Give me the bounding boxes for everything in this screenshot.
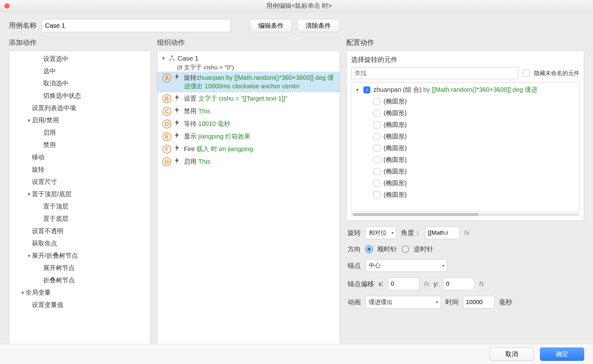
- widget-child-row[interactable]: (椭圆形): [351, 96, 579, 107]
- angle-label: 角度：: [401, 228, 421, 237]
- case-header[interactable]: ▼ Case 1: [157, 53, 340, 63]
- anim-select[interactable]: 缓进缓出: [365, 296, 441, 308]
- widget-checkbox[interactable]: [373, 98, 380, 105]
- rotate-mode-select[interactable]: 相对位: [365, 226, 396, 239]
- hide-unnamed-checkbox[interactable]: [523, 70, 530, 77]
- tree-item[interactable]: 禁用: [9, 139, 150, 151]
- action-tree[interactable]: 设置选中选中取消选中切换选中状态设置列表选中项▼启用/禁用启用禁用移动旋转设置尺…: [9, 50, 151, 346]
- tree-item[interactable]: 置于顶层: [9, 200, 150, 213]
- offset-y-input[interactable]: [443, 278, 475, 290]
- anim-label: 动画: [348, 298, 361, 307]
- close-icon[interactable]: [4, 3, 9, 9]
- action-text: 启用 This: [184, 157, 210, 166]
- ok-button[interactable]: 确定: [540, 348, 584, 361]
- action-row[interactable]: FFire 载入 时 on jiangping: [157, 143, 340, 156]
- widget-child-row[interactable]: (椭圆形): [351, 177, 579, 189]
- widget-list[interactable]: ▼ ✓ zhuanpan (组 合) by [[Math.random()*36…: [351, 82, 579, 212]
- edit-condition-button[interactable]: 编辑条件: [250, 19, 292, 32]
- case-condition: (If 文字于 cishu > "0"): [157, 63, 340, 72]
- action-row[interactable]: E显示 jiangping 灯箱效果: [157, 130, 340, 143]
- widget-child-row[interactable]: (椭圆形): [351, 107, 579, 119]
- tree-item-label: 置于顶层: [43, 202, 68, 211]
- tree-item-label: 设置变量值: [32, 301, 63, 309]
- anchor-select[interactable]: 中心: [365, 259, 447, 272]
- widget-child-row[interactable]: (椭圆形): [351, 154, 579, 166]
- chevron-down-icon: ▼: [355, 87, 360, 92]
- tree-item[interactable]: 展开树节点: [9, 262, 150, 274]
- tree-item[interactable]: ▼展开/折叠树节点: [9, 250, 150, 262]
- tree-item-label: 获取焦点: [32, 239, 57, 248]
- tree-item[interactable]: 移动: [9, 151, 150, 163]
- tree-item-label: 展开/折叠树节点: [32, 251, 78, 260]
- widget-child-row[interactable]: (椭圆形): [351, 189, 579, 201]
- widget-checkbox[interactable]: [373, 145, 380, 152]
- fx-icon[interactable]: fx: [464, 229, 469, 237]
- bolt-icon: [174, 120, 181, 127]
- action-row[interactable]: A旋转zhuanpan by [[Math.random()*360+3600]…: [157, 72, 340, 92]
- action-row[interactable]: C禁用 This: [157, 105, 340, 118]
- svg-rect-0: [171, 56, 173, 57]
- tree-item[interactable]: 置于底层: [9, 213, 150, 225]
- bolt-icon: [174, 107, 181, 115]
- fx-icon[interactable]: fx: [424, 280, 429, 288]
- tree-item[interactable]: 启用: [9, 126, 150, 139]
- tree-item[interactable]: 旋转: [9, 163, 150, 176]
- widget-child-row[interactable]: (椭圆形): [351, 142, 579, 154]
- tree-item[interactable]: ▼启用/禁用: [9, 114, 150, 126]
- tree-item[interactable]: 选中: [9, 65, 150, 77]
- widget-root-name: zhuanpan (组 合) by [[Math.random()*360+36…: [373, 85, 537, 94]
- tree-item[interactable]: 取消选中: [9, 77, 150, 90]
- counterclockwise-radio[interactable]: [402, 245, 409, 253]
- tree-item[interactable]: 折叠树节点: [9, 274, 150, 286]
- widget-child-row[interactable]: (椭圆形): [351, 119, 579, 131]
- tree-item[interactable]: 设置选中: [9, 53, 150, 65]
- titlebar: 用例编辑<鼠标单击 时>: [0, 0, 593, 12]
- offset-x-input[interactable]: [388, 278, 420, 290]
- widget-checkbox[interactable]: [373, 133, 380, 140]
- counterclockwise-label: 逆时针: [414, 245, 433, 254]
- time-unit: 毫秒: [499, 298, 512, 307]
- widget-child-label: (椭圆形): [384, 109, 407, 117]
- tree-item[interactable]: 设置变量值: [9, 299, 150, 311]
- action-text: 设置 文字于 cishu = "[[Target.text-1]]": [184, 94, 287, 103]
- bolt-icon: [174, 132, 181, 140]
- widget-checkbox[interactable]: [373, 156, 380, 163]
- widget-checkbox[interactable]: [373, 191, 380, 198]
- tree-item[interactable]: ▼置于顶层/底层: [9, 188, 150, 200]
- search-input[interactable]: [351, 67, 518, 79]
- widget-checkbox[interactable]: [373, 121, 380, 128]
- clear-condition-button[interactable]: 清除条件: [297, 19, 339, 32]
- widget-checkbox[interactable]: [373, 168, 380, 175]
- action-row[interactable]: B设置 文字于 cishu = "[[Target.text-1]]": [157, 92, 340, 105]
- hide-unnamed-label: 隐藏未命名的元件: [534, 69, 579, 77]
- widget-child-row[interactable]: (椭圆形): [351, 131, 579, 142]
- tree-item[interactable]: 切换选中状态: [9, 90, 150, 102]
- tree-item[interactable]: 获取焦点: [9, 237, 150, 250]
- horizontal-scrollbar[interactable]: [351, 213, 579, 216]
- widget-checkbox[interactable]: [373, 110, 380, 117]
- angle-input[interactable]: [425, 226, 460, 239]
- chevron-down-icon: ▼: [20, 290, 26, 295]
- action-row[interactable]: G启用 This: [157, 156, 340, 168]
- time-input[interactable]: [463, 296, 495, 308]
- tree-item[interactable]: ▼全局变量: [9, 286, 150, 299]
- tree-item-label: 折叠树节点: [43, 276, 75, 285]
- fx-icon[interactable]: fx: [479, 280, 484, 288]
- action-text: 等待 10010 毫秒: [184, 120, 230, 128]
- widget-child-row[interactable]: (椭圆形): [351, 166, 579, 177]
- tree-item[interactable]: 设置不透明: [9, 225, 150, 237]
- widget-checkbox[interactable]: ✓: [363, 86, 370, 93]
- action-badge: A: [162, 73, 171, 82]
- widget-root-row[interactable]: ▼ ✓ zhuanpan (组 合) by [[Math.random()*36…: [351, 84, 579, 96]
- tree-item[interactable]: 设置尺寸: [9, 176, 150, 188]
- cancel-button[interactable]: 取消: [490, 348, 534, 361]
- chevron-down-icon: ▼: [26, 192, 32, 197]
- widget-checkbox[interactable]: [373, 180, 380, 187]
- action-row[interactable]: D等待 10010 毫秒: [157, 118, 340, 130]
- clockwise-radio[interactable]: [365, 245, 373, 253]
- organize-action-title: 组织动作: [157, 38, 340, 47]
- chevron-down-icon: ▼: [161, 56, 166, 61]
- tree-item[interactable]: 设置列表选中项: [9, 102, 150, 114]
- case-name-input[interactable]: [42, 19, 231, 32]
- bolt-icon: [174, 73, 181, 81]
